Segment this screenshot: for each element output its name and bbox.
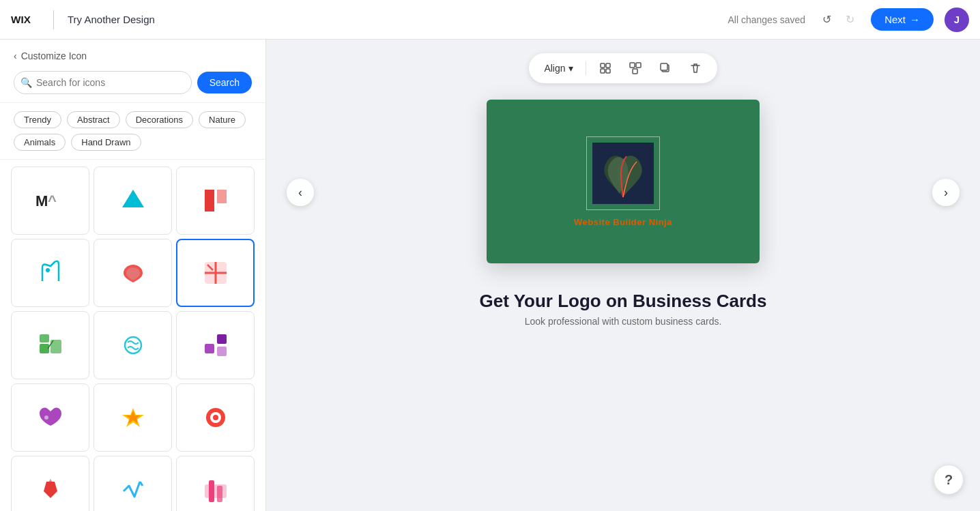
svg-rect-5 <box>217 190 227 203</box>
icon-cell-10[interactable] <box>11 383 89 452</box>
filter-tag-hand-drawn[interactable]: Hand Drawn <box>71 134 141 151</box>
svg-text:WIX: WIX <box>11 14 31 25</box>
header-divider <box>53 10 54 29</box>
svg-rect-4 <box>205 190 214 211</box>
search-input[interactable] <box>14 71 192 94</box>
wix-logo-icon: WIX <box>11 14 40 26</box>
canvas-wrapper: ‹ <box>280 100 966 285</box>
svg-rect-30 <box>606 69 610 73</box>
icon-cell-14[interactable] <box>93 456 172 511</box>
svg-rect-35 <box>661 63 667 70</box>
back-link[interactable]: ‹ Customize Icon <box>14 50 252 61</box>
header-logo: WIX Try Another Design <box>11 10 155 29</box>
filter-tag-trendy[interactable]: Trendy <box>14 111 61 128</box>
redo-button[interactable]: ↻ <box>839 10 860 30</box>
delete-button[interactable] <box>684 57 706 79</box>
promo-subtitle: Look professional with custom business c… <box>480 316 767 327</box>
svg-rect-25 <box>209 480 214 502</box>
svg-rect-11 <box>40 344 49 353</box>
svg-rect-24 <box>205 484 227 498</box>
next-button[interactable]: Next → <box>871 8 934 31</box>
align-chevron-icon: ▾ <box>568 63 573 74</box>
icon-cell-4[interactable] <box>11 239 89 307</box>
icon-cell-13[interactable] <box>11 456 89 511</box>
svg-point-18 <box>44 415 48 420</box>
avatar: J <box>945 8 969 32</box>
svg-rect-31 <box>630 63 635 68</box>
icon-cell-9[interactable] <box>176 311 255 379</box>
sidebar-header: ‹ Customize Icon 🔍 Search <box>0 40 265 103</box>
filter-tag-decorations[interactable]: Decorations <box>126 111 193 128</box>
saved-status: All changes saved <box>728 14 806 25</box>
icon-cell-5[interactable] <box>93 239 172 307</box>
group-button[interactable] <box>624 57 646 79</box>
svg-text:^: ^ <box>48 192 57 209</box>
icon-cell-3[interactable] <box>176 166 255 235</box>
toolbar: Align ▾ <box>529 53 717 83</box>
svg-text:M: M <box>35 192 48 209</box>
filter-tag-abstract[interactable]: Abstract <box>67 111 120 128</box>
icon-grid: M ^ <box>11 166 255 511</box>
promo-section: Get Your Logo on Business Cards Look pro… <box>480 291 767 327</box>
help-button[interactable]: ? <box>934 465 964 495</box>
search-icon: 🔍 <box>20 77 32 88</box>
header-right: All changes saved ↺ ↻ Next → J <box>728 8 969 32</box>
next-arrow-button[interactable]: › <box>932 179 960 206</box>
svg-point-6 <box>46 268 50 272</box>
svg-rect-15 <box>205 344 214 353</box>
canvas-logo-frame <box>586 136 660 210</box>
next-arrow-icon: → <box>910 14 920 25</box>
icon-cell-2[interactable] <box>93 166 172 235</box>
canvas-card: Website Builder Ninja <box>487 100 760 263</box>
svg-rect-12 <box>40 334 49 342</box>
search-row: 🔍 Search <box>14 71 252 94</box>
sidebar: ‹ Customize Icon 🔍 Search Trendy Abstrac… <box>0 40 266 511</box>
svg-point-14 <box>125 337 141 353</box>
align-label: Align <box>544 63 565 74</box>
svg-point-23 <box>213 415 218 420</box>
filter-tag-animals[interactable]: Animals <box>14 134 66 151</box>
back-label: Customize Icon <box>21 50 87 61</box>
icon-cell-1[interactable]: M ^ <box>11 166 89 235</box>
header-title: Try Another Design <box>68 14 155 25</box>
search-input-wrap: 🔍 <box>14 71 192 94</box>
align-dropdown[interactable]: Align ▾ <box>540 60 577 76</box>
svg-rect-33 <box>633 69 637 74</box>
svg-rect-32 <box>636 63 641 68</box>
undo-redo-group: ↺ ↻ <box>816 10 860 30</box>
svg-rect-17 <box>217 347 227 356</box>
svg-marker-3 <box>122 190 144 207</box>
prev-arrow-button[interactable]: ‹ <box>287 179 314 206</box>
svg-rect-28 <box>606 63 610 68</box>
search-button[interactable]: Search <box>197 72 252 93</box>
icon-cell-11[interactable] <box>93 383 172 452</box>
svg-rect-26 <box>217 486 222 502</box>
filter-tags: Trendy Abstract Decorations Nature Anima… <box>0 103 265 160</box>
svg-rect-16 <box>217 334 227 344</box>
icon-cell-12[interactable] <box>176 383 255 452</box>
undo-button[interactable]: ↺ <box>816 10 837 30</box>
toolbar-separator-1 <box>586 61 586 75</box>
arrange-button[interactable] <box>594 57 616 79</box>
header: WIX Try Another Design All changes saved… <box>0 0 980 40</box>
back-arrow-icon: ‹ <box>14 50 17 61</box>
icon-cell-15[interactable] <box>176 456 255 511</box>
svg-rect-29 <box>601 69 605 73</box>
filter-tag-nature[interactable]: Nature <box>199 111 246 128</box>
duplicate-button[interactable] <box>654 57 676 79</box>
svg-rect-27 <box>601 63 605 68</box>
canvas-area: Align ▾ ‹ <box>266 40 980 511</box>
icon-grid-wrap: M ^ <box>0 160 265 511</box>
main-layout: ‹ Customize Icon 🔍 Search Trendy Abstrac… <box>0 40 980 511</box>
canvas-brand-name: Website Builder Ninja <box>574 217 672 227</box>
icon-cell-7[interactable] <box>11 311 89 379</box>
icon-cell-8[interactable] <box>93 311 172 379</box>
icon-cell-6[interactable] <box>176 239 255 307</box>
promo-title: Get Your Logo on Business Cards <box>480 291 767 312</box>
canvas-logo-image <box>592 143 654 204</box>
